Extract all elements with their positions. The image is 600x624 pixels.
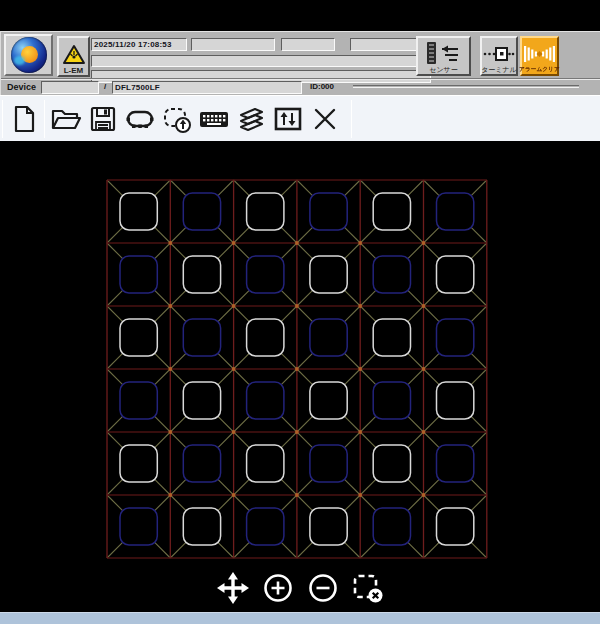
datetime-field: 2025/11/20 17:08:53 xyxy=(91,38,187,51)
guide-pointer-icon xyxy=(162,104,192,134)
toolbar-separator xyxy=(351,100,352,138)
toolbar-new-file-button[interactable] xyxy=(5,99,42,139)
zoom-out-icon xyxy=(307,572,339,604)
device-id-text: ID:000 xyxy=(310,82,334,91)
close-icon xyxy=(312,106,338,132)
status-field-2 xyxy=(281,38,335,51)
status-field-1 xyxy=(191,38,275,51)
device-name-field: DFL7500LF xyxy=(112,81,302,94)
device-id-line xyxy=(353,85,579,88)
alarm-clear-button[interactable]: アラームクリア xyxy=(520,36,559,76)
device-label: Device xyxy=(7,82,36,92)
toolbar-keyboard-input-button[interactable] xyxy=(195,99,232,139)
toolbar-separator xyxy=(44,100,45,138)
lem-label: L-EM xyxy=(64,66,84,75)
device-name-text: DFL7500LF xyxy=(115,83,160,92)
bottom-status-bar xyxy=(0,612,600,624)
sensor-button[interactable]: センサー xyxy=(416,36,471,76)
logo-sphere-icon xyxy=(11,37,47,73)
lem-button[interactable]: L-EM xyxy=(57,36,90,77)
laser-warning-icon xyxy=(62,44,86,66)
toolbar-separator xyxy=(2,100,3,138)
save-file-icon xyxy=(89,105,117,133)
toolbar-open-file-button[interactable] xyxy=(47,99,84,139)
toolbar-layers-button[interactable] xyxy=(232,99,269,139)
canvas-controls xyxy=(0,570,600,606)
image-transfer-icon xyxy=(273,105,303,133)
toolbar-guide-pointer-button[interactable] xyxy=(158,99,195,139)
toolbar-close-button[interactable] xyxy=(306,99,343,139)
datetime-text: 2025/11/20 17:08:53 xyxy=(94,40,172,49)
header-panel: L-EM 2025/11/20 17:08:53 センサー ターミナル xyxy=(0,31,600,95)
open-file-icon xyxy=(50,105,82,133)
clear-selection-icon xyxy=(351,571,385,605)
layers-icon xyxy=(235,105,267,133)
zoom-out-button[interactable] xyxy=(305,570,341,606)
marking-canvas[interactable] xyxy=(0,141,600,612)
marking-grid xyxy=(0,141,600,612)
alarm-clear-label: アラームクリア xyxy=(519,65,560,74)
alarm-clear-icon xyxy=(523,43,556,65)
zoom-in-button[interactable] xyxy=(260,570,296,606)
toolbar xyxy=(0,95,600,141)
message-field-1 xyxy=(91,55,431,67)
clear-selection-button[interactable] xyxy=(350,570,386,606)
terminal-label: ターミナル xyxy=(481,65,517,74)
toolbar-image-transfer-button[interactable] xyxy=(269,99,306,139)
pan-icon xyxy=(216,571,250,605)
keyboard-input-icon xyxy=(198,107,230,131)
pan-button[interactable] xyxy=(215,570,251,606)
new-file-icon xyxy=(10,104,38,134)
app-logo xyxy=(4,34,53,76)
terminal-icon xyxy=(482,43,516,65)
terminal-button[interactable]: ターミナル xyxy=(480,36,518,76)
toolbar-save-file-button[interactable] xyxy=(84,99,121,139)
zoom-in-icon xyxy=(262,572,294,604)
header-divider xyxy=(1,78,600,80)
sensor-icon xyxy=(424,41,464,65)
device-slot-field xyxy=(41,81,99,94)
toolbar-marking-path-button[interactable] xyxy=(121,99,158,139)
sensor-label: センサー xyxy=(429,65,458,74)
marking-path-icon xyxy=(124,105,156,133)
path-separator: / xyxy=(104,82,106,91)
